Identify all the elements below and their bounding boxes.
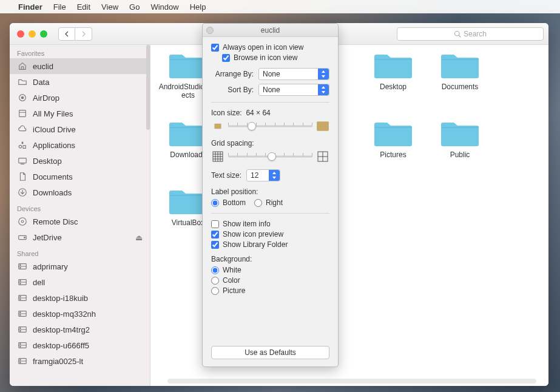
browse-checkbox[interactable] <box>222 54 230 62</box>
sidebar-item-label: framgia0025-lt <box>33 357 83 366</box>
sidebar-item-applications[interactable]: Applications <box>10 137 150 153</box>
show-item-info-label: Show item info <box>223 220 271 228</box>
sidebar-item-label: euclid <box>33 62 53 71</box>
menu-go[interactable]: Go <box>129 2 140 12</box>
folder-desktop[interactable]: Desktop <box>363 47 423 91</box>
horizontal-scrollbar[interactable] <box>167 379 536 384</box>
show-item-info-checkbox[interactable] <box>211 220 219 228</box>
menu-app[interactable]: Finder <box>18 2 42 12</box>
sidebar-item-dell[interactable]: dell <box>10 274 150 290</box>
grid-large-icon <box>316 150 329 163</box>
sort-by-select[interactable]: None <box>258 84 329 96</box>
icon-size-value: 64 × 64 <box>246 109 270 117</box>
eject-icon[interactable]: ⏏ <box>135 233 143 242</box>
folder-icon <box>439 115 481 148</box>
menu-view[interactable]: View <box>101 2 118 12</box>
sidebar-scroll-handle[interactable] <box>146 45 150 130</box>
drive-icon <box>17 232 28 243</box>
label-bottom-text: Bottom <box>223 198 246 207</box>
bg-white-radio[interactable] <box>211 266 219 274</box>
sidebar-item-remote-disc[interactable]: Remote Disc <box>10 214 150 229</box>
menu-file[interactable]: File <box>53 2 66 12</box>
svg-rect-20 <box>23 146 25 148</box>
back-button[interactable] <box>58 27 75 41</box>
show-library-checkbox[interactable] <box>211 241 219 249</box>
folder-label: Public <box>450 150 470 159</box>
sidebar-item-euclid[interactable]: euclid <box>10 58 150 74</box>
folder-documents[interactable]: Documents <box>430 47 490 91</box>
folder-public[interactable]: Public <box>430 115 490 159</box>
sidebar-item-desktop-u666ff5[interactable]: desktop-u666ff5 <box>10 337 150 353</box>
server-icon <box>17 340 28 351</box>
folder-icon <box>373 47 414 80</box>
icon-size-slider[interactable] <box>228 121 312 132</box>
cloud-icon <box>17 124 28 135</box>
use-as-defaults-button[interactable]: Use as Defaults <box>211 346 329 359</box>
menu-edit[interactable]: Edit <box>77 2 90 12</box>
forward-button[interactable] <box>75 27 92 41</box>
folder-label: Documents <box>442 83 479 91</box>
text-size-select[interactable]: 12 <box>246 169 280 181</box>
label-bottom-radio[interactable] <box>211 199 219 207</box>
sidebar-item-label: desktop-u666ff5 <box>33 341 89 350</box>
server-icon <box>17 356 28 367</box>
svg-point-54 <box>20 359 21 360</box>
panel-title: euclid <box>261 26 280 35</box>
svg-point-43 <box>20 315 21 316</box>
menu-window[interactable]: Window <box>150 2 178 12</box>
folder-label: Pictures <box>380 150 406 159</box>
menu-bar: Finder File Edit View Go Window Help <box>0 0 560 13</box>
arrange-by-select[interactable]: None <box>258 68 329 80</box>
always-open-label: Always open in icon view <box>223 43 303 52</box>
sidebar-item-label: Documents <box>33 172 73 181</box>
sidebar-item-adprimary[interactable]: adprimary <box>10 259 150 274</box>
svg-rect-21 <box>19 158 26 163</box>
search-input[interactable]: Search <box>397 27 544 41</box>
search-placeholder: Search <box>464 30 487 38</box>
folder-pictures[interactable]: Pictures <box>363 115 423 159</box>
sidebar-item-icloud-drive[interactable]: iCloud Drive <box>10 121 150 137</box>
close-window-icon[interactable] <box>17 30 24 38</box>
sidebar-item-label: dell <box>33 278 45 287</box>
grid-spacing-label: Grid spacing: <box>211 139 329 147</box>
sidebar-item-desktop-i18kuib[interactable]: desktop-i18kuib <box>10 290 150 306</box>
grid-spacing-slider[interactable] <box>228 151 312 162</box>
disc-icon <box>17 216 28 227</box>
show-icon-preview-checkbox[interactable] <box>211 231 219 238</box>
bg-color-radio[interactable] <box>211 277 219 285</box>
sidebar-item-framgia0025-lt[interactable]: framgia0025-lt <box>10 353 150 369</box>
always-open-checkbox[interactable] <box>211 44 219 52</box>
sidebar-item-all-my-files[interactable]: All My Files <box>10 106 150 121</box>
sidebar-item-jetdrive[interactable]: JetDrive⏏ <box>10 229 150 245</box>
sidebar-section-header: Devices <box>10 200 150 214</box>
server-icon <box>17 324 28 335</box>
sidebar-item-airdrop[interactable]: AirDrop <box>10 90 150 106</box>
bg-picture-radio[interactable] <box>211 287 219 295</box>
show-library-label: Show Library Folder <box>223 240 288 249</box>
label-right-radio[interactable] <box>254 199 262 207</box>
svg-point-39 <box>20 299 21 300</box>
sidebar-item-label: Downloads <box>33 188 72 197</box>
menu-help[interactable]: Help <box>190 2 206 12</box>
sidebar-item-label: Applications <box>33 141 75 150</box>
minimize-window-icon[interactable] <box>29 30 36 38</box>
svg-rect-56 <box>214 124 221 129</box>
svg-point-25 <box>21 220 24 223</box>
traffic-lights <box>17 30 47 38</box>
browse-label: Browse in icon view <box>234 53 297 62</box>
sidebar-item-label: Desktop <box>33 157 62 166</box>
zoom-window-icon[interactable] <box>40 30 47 38</box>
sidebar-item-data[interactable]: Data <box>10 74 150 90</box>
svg-point-42 <box>20 312 21 313</box>
grid-small-icon <box>211 150 224 163</box>
bg-color-text: Color <box>223 276 240 285</box>
svg-point-24 <box>19 218 26 225</box>
sidebar-item-documents[interactable]: Documents <box>10 169 150 184</box>
sidebar-item-desktop-tm4trg2[interactable]: desktop-tm4trg2 <box>10 322 150 337</box>
panel-close-icon[interactable] <box>206 27 214 34</box>
folder-icon <box>17 76 28 87</box>
sidebar-item-desktop-mq332nh[interactable]: desktop-mq332nh <box>10 306 150 322</box>
sidebar-item-downloads[interactable]: Downloads <box>10 184 150 200</box>
sidebar-item-label: All My Files <box>33 109 73 118</box>
sidebar-item-desktop[interactable]: Desktop <box>10 153 150 169</box>
